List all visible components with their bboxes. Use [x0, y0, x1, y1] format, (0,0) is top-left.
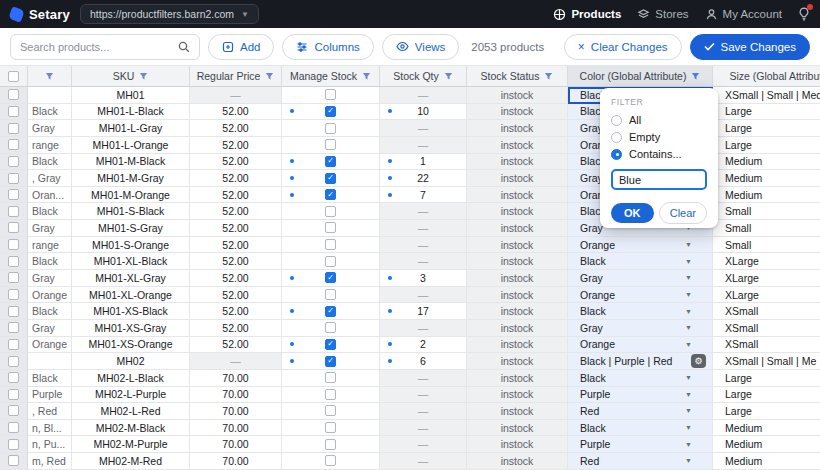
sku-cell[interactable]: MH01-S-Orange: [72, 237, 190, 254]
sku-cell[interactable]: MH01-S-Gray: [72, 220, 190, 237]
color-cell[interactable]: Black | Purple | Red⚙: [568, 353, 713, 370]
price-cell[interactable]: 52.00: [190, 104, 282, 121]
manage-stock-cell[interactable]: ✓: [282, 104, 380, 121]
row-checkbox[interactable]: [8, 206, 19, 217]
manage-stock-checkbox[interactable]: [325, 139, 336, 150]
color-dropdown-caret[interactable]: ▼: [685, 258, 692, 265]
filter-option-empty[interactable]: Empty: [611, 131, 707, 143]
row-checkbox[interactable]: [8, 173, 19, 184]
row-checkbox[interactable]: [8, 339, 19, 350]
price-cell[interactable]: 52.00: [190, 253, 282, 270]
name-cell[interactable]: Gray: [28, 120, 72, 137]
color-cell[interactable]: Purple▼: [568, 436, 713, 453]
price-cell[interactable]: 52.00: [190, 237, 282, 254]
color-dropdown-caret[interactable]: ▼: [685, 324, 692, 331]
color-cell[interactable]: Red▼: [568, 453, 713, 470]
color-dropdown-caret[interactable]: ▼: [685, 291, 692, 298]
stock-qty-cell[interactable]: —: [380, 87, 467, 104]
sku-cell[interactable]: MH02-L-Red: [72, 403, 190, 420]
color-cell[interactable]: Orange▼: [568, 237, 713, 254]
filter-option-all[interactable]: All: [611, 114, 707, 126]
row-checkbox[interactable]: [8, 123, 19, 134]
name-cell[interactable]: Black: [28, 154, 72, 171]
manage-stock-cell[interactable]: [282, 237, 380, 254]
size-cell[interactable]: Medium: [713, 170, 820, 187]
name-cell[interactable]: Orange: [28, 337, 72, 354]
row-checkbox[interactable]: [8, 256, 19, 267]
stock-qty-cell[interactable]: 17: [380, 303, 467, 320]
name-cell[interactable]: , Gray: [28, 170, 72, 187]
size-cell[interactable]: Small: [713, 203, 820, 220]
stock-qty-cell[interactable]: —: [380, 370, 467, 387]
size-cell[interactable]: XLarge: [713, 287, 820, 304]
sku-cell[interactable]: MH01-XS-Gray: [72, 320, 190, 337]
manage-stock-checkbox[interactable]: ✓: [325, 173, 336, 184]
manage-stock-checkbox[interactable]: ✓: [325, 339, 336, 350]
filter-icon[interactable]: [139, 72, 148, 81]
price-cell[interactable]: 52.00: [190, 337, 282, 354]
store-url-selector[interactable]: https://productfilters.barn2.com ▼: [80, 4, 259, 24]
manage-stock-cell[interactable]: ✓: [282, 170, 380, 187]
stock-qty-cell[interactable]: —: [380, 403, 467, 420]
size-cell[interactable]: Large: [713, 387, 820, 404]
filter-icon[interactable]: [544, 72, 553, 81]
row-checkbox[interactable]: [8, 272, 19, 283]
row-checkbox[interactable]: [8, 156, 19, 167]
sku-cell[interactable]: MH01-M-Orange: [72, 187, 190, 204]
manage-stock-cell[interactable]: [282, 120, 380, 137]
sku-cell[interactable]: MH01-L-Orange: [72, 137, 190, 154]
manage-stock-cell[interactable]: [282, 220, 380, 237]
sku-cell[interactable]: MH02-M-Black: [72, 420, 190, 437]
size-cell[interactable]: Small: [713, 237, 820, 254]
search-input[interactable]: Search products...: [10, 34, 200, 60]
color-cell[interactable]: Red▼: [568, 403, 713, 420]
price-cell[interactable]: 70.00: [190, 403, 282, 420]
select-all-checkbox[interactable]: [8, 71, 19, 82]
size-cell[interactable]: XSmall: [713, 320, 820, 337]
manage-stock-checkbox[interactable]: ✓: [325, 356, 336, 367]
sku-cell[interactable]: MH01-XL-Orange: [72, 287, 190, 304]
stock-qty-cell[interactable]: —: [380, 137, 467, 154]
clear-changes-button[interactable]: × Clear Changes: [564, 34, 682, 60]
stock-qty-cell[interactable]: —: [380, 287, 467, 304]
stock-qty-cell[interactable]: 3: [380, 270, 467, 287]
size-cell[interactable]: Large: [713, 104, 820, 121]
manage-stock-cell[interactable]: [282, 320, 380, 337]
stock-qty-cell[interactable]: —: [380, 387, 467, 404]
row-checkbox[interactable]: [8, 222, 19, 233]
price-cell[interactable]: 52.00: [190, 320, 282, 337]
filter-icon[interactable]: [444, 72, 453, 81]
color-dropdown-caret[interactable]: ▼: [685, 457, 692, 464]
size-cell[interactable]: Large: [713, 403, 820, 420]
row-checkbox[interactable]: [8, 455, 19, 466]
header-name[interactable]: [28, 66, 72, 87]
size-cell[interactable]: XSmall | Small | Me: [713, 353, 820, 370]
color-dropdown-caret[interactable]: ▼: [685, 308, 692, 315]
manage-stock-checkbox[interactable]: ✓: [325, 272, 336, 283]
price-cell[interactable]: 70.00: [190, 436, 282, 453]
name-cell[interactable]: range: [28, 137, 72, 154]
size-cell[interactable]: XLarge: [713, 270, 820, 287]
stock-qty-cell[interactable]: —: [380, 203, 467, 220]
name-cell[interactable]: [28, 87, 72, 104]
price-cell[interactable]: 52.00: [190, 203, 282, 220]
row-checkbox[interactable]: [8, 422, 19, 433]
stock-qty-cell[interactable]: 2: [380, 337, 467, 354]
manage-stock-cell[interactable]: [282, 370, 380, 387]
stock-qty-cell[interactable]: —: [380, 420, 467, 437]
color-cell[interactable]: Black▼: [568, 420, 713, 437]
row-checkbox[interactable]: [8, 239, 19, 250]
manage-stock-checkbox[interactable]: [325, 372, 336, 383]
nav-my-account[interactable]: My Account: [705, 8, 782, 21]
row-checkbox[interactable]: [8, 356, 19, 367]
stock-qty-cell[interactable]: 1: [380, 154, 467, 171]
columns-button[interactable]: Columns: [282, 34, 373, 60]
manage-stock-checkbox[interactable]: [325, 405, 336, 416]
filter-ok-button[interactable]: OK: [611, 203, 654, 223]
size-cell[interactable]: Medium: [713, 453, 820, 470]
size-cell[interactable]: XSmall | Small | Med: [713, 87, 820, 104]
add-button[interactable]: Add: [208, 34, 274, 60]
manage-stock-cell[interactable]: [282, 287, 380, 304]
size-cell[interactable]: Large: [713, 120, 820, 137]
size-cell[interactable]: Medium: [713, 420, 820, 437]
